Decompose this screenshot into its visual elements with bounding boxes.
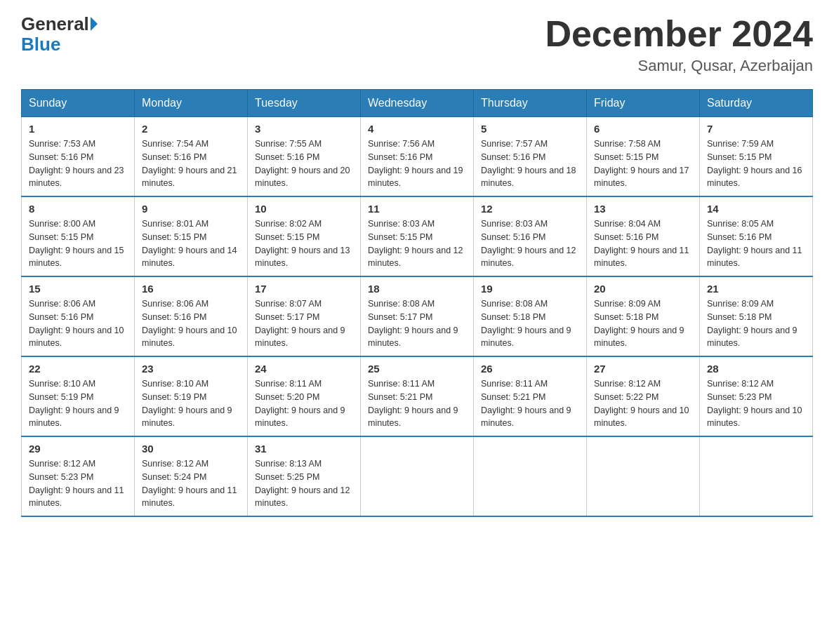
logo-blue-text: Blue — [21, 34, 60, 55]
day-info: Sunrise: 8:03 AMSunset: 5:16 PMDaylight:… — [481, 219, 576, 268]
day-info: Sunrise: 8:10 AMSunset: 5:19 PMDaylight:… — [142, 379, 232, 428]
day-info: Sunrise: 7:56 AMSunset: 5:16 PMDaylight:… — [368, 139, 463, 188]
col-header-saturday: Saturday — [700, 90, 813, 117]
col-header-tuesday: Tuesday — [248, 90, 361, 117]
day-number: 27 — [594, 363, 692, 375]
calendar-cell: 13 Sunrise: 8:04 AMSunset: 5:16 PMDaylig… — [587, 196, 700, 276]
col-header-friday: Friday — [587, 90, 700, 117]
day-info: Sunrise: 8:09 AMSunset: 5:18 PMDaylight:… — [594, 299, 684, 348]
day-number: 28 — [707, 363, 805, 375]
day-info: Sunrise: 8:12 AMSunset: 5:22 PMDaylight:… — [594, 379, 689, 428]
calendar-cell: 7 Sunrise: 7:59 AMSunset: 5:15 PMDayligh… — [700, 117, 813, 197]
day-number: 23 — [142, 363, 240, 375]
calendar-cell: 18 Sunrise: 8:08 AMSunset: 5:17 PMDaylig… — [361, 276, 474, 356]
calendar-cell: 19 Sunrise: 8:08 AMSunset: 5:18 PMDaylig… — [474, 276, 587, 356]
day-info: Sunrise: 7:58 AMSunset: 5:15 PMDaylight:… — [594, 139, 689, 188]
day-number: 31 — [255, 443, 353, 455]
calendar-cell: 23 Sunrise: 8:10 AMSunset: 5:19 PMDaylig… — [135, 356, 248, 436]
calendar-header-row: SundayMondayTuesdayWednesdayThursdayFrid… — [22, 90, 813, 117]
calendar-cell: 24 Sunrise: 8:11 AMSunset: 5:20 PMDaylig… — [248, 356, 361, 436]
day-number: 26 — [481, 363, 579, 375]
calendar-cell: 26 Sunrise: 8:11 AMSunset: 5:21 PMDaylig… — [474, 356, 587, 436]
calendar-cell: 22 Sunrise: 8:10 AMSunset: 5:19 PMDaylig… — [22, 356, 135, 436]
day-info: Sunrise: 8:04 AMSunset: 5:16 PMDaylight:… — [594, 219, 689, 268]
day-info: Sunrise: 7:54 AMSunset: 5:16 PMDaylight:… — [142, 139, 237, 188]
calendar-cell: 3 Sunrise: 7:55 AMSunset: 5:16 PMDayligh… — [248, 117, 361, 197]
day-info: Sunrise: 8:12 AMSunset: 5:23 PMDaylight:… — [707, 379, 802, 428]
day-info: Sunrise: 8:06 AMSunset: 5:16 PMDaylight:… — [29, 299, 124, 348]
calendar-week-row: 29 Sunrise: 8:12 AMSunset: 5:23 PMDaylig… — [22, 436, 813, 516]
day-info: Sunrise: 8:01 AMSunset: 5:15 PMDaylight:… — [142, 219, 237, 268]
day-info: Sunrise: 8:03 AMSunset: 5:15 PMDaylight:… — [368, 219, 463, 268]
day-info: Sunrise: 8:13 AMSunset: 5:25 PMDaylight:… — [255, 459, 350, 508]
calendar-cell: 25 Sunrise: 8:11 AMSunset: 5:21 PMDaylig… — [361, 356, 474, 436]
calendar-week-row: 15 Sunrise: 8:06 AMSunset: 5:16 PMDaylig… — [22, 276, 813, 356]
calendar-cell: 17 Sunrise: 8:07 AMSunset: 5:17 PMDaylig… — [248, 276, 361, 356]
day-number: 19 — [481, 283, 579, 295]
day-number: 9 — [142, 203, 240, 215]
day-number: 15 — [29, 283, 127, 295]
calendar-cell: 31 Sunrise: 8:13 AMSunset: 5:25 PMDaylig… — [248, 436, 361, 516]
day-number: 4 — [368, 123, 466, 135]
calendar-cell: 16 Sunrise: 8:06 AMSunset: 5:16 PMDaylig… — [135, 276, 248, 356]
calendar-cell: 2 Sunrise: 7:54 AMSunset: 5:16 PMDayligh… — [135, 117, 248, 197]
calendar-cell: 12 Sunrise: 8:03 AMSunset: 5:16 PMDaylig… — [474, 196, 587, 276]
day-number: 17 — [255, 283, 353, 295]
day-number: 14 — [707, 203, 805, 215]
day-info: Sunrise: 8:08 AMSunset: 5:17 PMDaylight:… — [368, 299, 458, 348]
day-info: Sunrise: 8:09 AMSunset: 5:18 PMDaylight:… — [707, 299, 797, 348]
day-number: 5 — [481, 123, 579, 135]
calendar-cell — [587, 436, 700, 516]
calendar-cell: 20 Sunrise: 8:09 AMSunset: 5:18 PMDaylig… — [587, 276, 700, 356]
day-number: 25 — [368, 363, 466, 375]
day-number: 6 — [594, 123, 692, 135]
page-header: General Blue December 2024 Samur, Qusar,… — [21, 14, 813, 75]
day-info: Sunrise: 8:05 AMSunset: 5:16 PMDaylight:… — [707, 219, 802, 268]
day-info: Sunrise: 8:12 AMSunset: 5:24 PMDaylight:… — [142, 459, 237, 508]
calendar-week-row: 8 Sunrise: 8:00 AMSunset: 5:15 PMDayligh… — [22, 196, 813, 276]
calendar-cell: 1 Sunrise: 7:53 AMSunset: 5:16 PMDayligh… — [22, 117, 135, 197]
title-block: December 2024 Samur, Qusar, Azerbaijan — [545, 14, 813, 75]
day-info: Sunrise: 8:10 AMSunset: 5:19 PMDaylight:… — [29, 379, 119, 428]
calendar-table: SundayMondayTuesdayWednesdayThursdayFrid… — [21, 89, 813, 517]
calendar-cell — [700, 436, 813, 516]
day-info: Sunrise: 7:59 AMSunset: 5:15 PMDaylight:… — [707, 139, 802, 188]
calendar-cell — [361, 436, 474, 516]
calendar-cell: 4 Sunrise: 7:56 AMSunset: 5:16 PMDayligh… — [361, 117, 474, 197]
day-info: Sunrise: 8:08 AMSunset: 5:18 PMDaylight:… — [481, 299, 571, 348]
calendar-cell: 11 Sunrise: 8:03 AMSunset: 5:15 PMDaylig… — [361, 196, 474, 276]
day-number: 3 — [255, 123, 353, 135]
calendar-cell: 6 Sunrise: 7:58 AMSunset: 5:15 PMDayligh… — [587, 117, 700, 197]
location-text: Samur, Qusar, Azerbaijan — [545, 57, 813, 75]
calendar-week-row: 1 Sunrise: 7:53 AMSunset: 5:16 PMDayligh… — [22, 117, 813, 197]
day-number: 13 — [594, 203, 692, 215]
day-info: Sunrise: 8:12 AMSunset: 5:23 PMDaylight:… — [29, 459, 124, 508]
day-number: 20 — [594, 283, 692, 295]
calendar-cell: 28 Sunrise: 8:12 AMSunset: 5:23 PMDaylig… — [700, 356, 813, 436]
day-info: Sunrise: 8:11 AMSunset: 5:20 PMDaylight:… — [255, 379, 345, 428]
calendar-cell: 9 Sunrise: 8:01 AMSunset: 5:15 PMDayligh… — [135, 196, 248, 276]
calendar-cell: 27 Sunrise: 8:12 AMSunset: 5:22 PMDaylig… — [587, 356, 700, 436]
day-number: 30 — [142, 443, 240, 455]
col-header-sunday: Sunday — [22, 90, 135, 117]
day-number: 12 — [481, 203, 579, 215]
calendar-cell — [474, 436, 587, 516]
calendar-cell: 5 Sunrise: 7:57 AMSunset: 5:16 PMDayligh… — [474, 117, 587, 197]
logo-general-text: General — [21, 14, 89, 34]
day-info: Sunrise: 8:11 AMSunset: 5:21 PMDaylight:… — [368, 379, 458, 428]
day-info: Sunrise: 8:00 AMSunset: 5:15 PMDaylight:… — [29, 219, 124, 268]
day-number: 16 — [142, 283, 240, 295]
calendar-cell: 15 Sunrise: 8:06 AMSunset: 5:16 PMDaylig… — [22, 276, 135, 356]
calendar-cell: 21 Sunrise: 8:09 AMSunset: 5:18 PMDaylig… — [700, 276, 813, 356]
day-info: Sunrise: 8:06 AMSunset: 5:16 PMDaylight:… — [142, 299, 237, 348]
day-number: 24 — [255, 363, 353, 375]
calendar-cell: 29 Sunrise: 8:12 AMSunset: 5:23 PMDaylig… — [22, 436, 135, 516]
day-info: Sunrise: 8:02 AMSunset: 5:15 PMDaylight:… — [255, 219, 350, 268]
col-header-monday: Monday — [135, 90, 248, 117]
day-number: 11 — [368, 203, 466, 215]
day-number: 2 — [142, 123, 240, 135]
day-info: Sunrise: 7:53 AMSunset: 5:16 PMDaylight:… — [29, 139, 124, 188]
day-number: 8 — [29, 203, 127, 215]
day-info: Sunrise: 8:11 AMSunset: 5:21 PMDaylight:… — [481, 379, 571, 428]
day-number: 18 — [368, 283, 466, 295]
